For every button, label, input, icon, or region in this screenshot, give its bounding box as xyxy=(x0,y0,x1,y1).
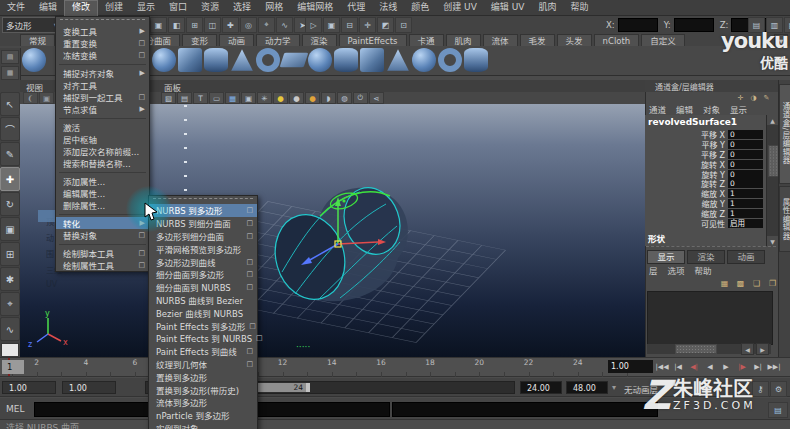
scroll-right-icon[interactable]: ▶ xyxy=(756,343,769,355)
menu-bar-item[interactable]: 法线 xyxy=(372,0,404,15)
status-tool-icon[interactable]: ◧ xyxy=(168,17,185,33)
channel-value-field[interactable]: 1 xyxy=(728,189,763,198)
channel-box-header-icon[interactable]: ✎ xyxy=(761,93,772,102)
menu-item[interactable]: 纹理到几何体 □ xyxy=(149,358,257,371)
menu-bar-item[interactable]: 肌肉 xyxy=(531,0,563,15)
menu-item[interactable]: Paint Effects 到 NURBS □ xyxy=(149,332,257,345)
menu-item-suffix[interactable]: □ xyxy=(246,283,253,291)
time-slider-track[interactable]: 24681012141618202224 xyxy=(0,357,634,377)
menu-bar-item[interactable]: 网格 xyxy=(258,0,290,15)
channel-box-menu-item[interactable]: 通道 xyxy=(649,103,666,115)
layer-editor-menu-item[interactable]: 帮助 xyxy=(695,264,712,276)
tool-icon[interactable]: ∿ xyxy=(0,317,20,341)
status-tool-icon[interactable]: ▷ xyxy=(305,17,322,33)
status-tool-icon[interactable]: ∿ xyxy=(276,17,293,33)
menu-item[interactable]: 重置变换 □ xyxy=(56,37,149,49)
menu-bar-item[interactable]: 选择 xyxy=(226,0,258,15)
scroll-up-icon[interactable]: ▲ xyxy=(767,115,778,125)
menu-item[interactable]: 节点求值 ▶ xyxy=(56,103,149,115)
tool-icon[interactable]: ↻ xyxy=(0,192,20,216)
script-editor-icon[interactable]: ▤ xyxy=(768,402,788,418)
channel-value-field[interactable]: 0 xyxy=(728,170,763,179)
menu-set-selector[interactable]: 多边形 ▾ xyxy=(2,17,62,33)
tool-icon[interactable]: ✚ xyxy=(0,167,20,191)
shelf-item-icon[interactable] xyxy=(204,48,228,72)
viewport-toggle-icon[interactable]: ⋖ xyxy=(369,92,384,104)
menu-bar-item[interactable]: 显示 xyxy=(130,0,162,15)
playback-start-field[interactable]: 1.00 xyxy=(62,381,116,394)
menu-bar-item[interactable]: 编辑 xyxy=(32,0,64,15)
tool-icon[interactable]: ✱ xyxy=(0,267,20,291)
viewport-toggle-icon[interactable]: ✳ xyxy=(257,92,272,104)
menu-item[interactable] xyxy=(59,170,146,173)
color-swatch[interactable] xyxy=(1,343,19,357)
menu-item[interactable]: 搜索和替换名称... xyxy=(56,157,149,169)
menu-item-suffix[interactable]: □ xyxy=(138,39,145,47)
menu-item[interactable]: 流体到多边形 xyxy=(149,396,257,409)
menu-item[interactable]: 冻结变换 □ xyxy=(56,49,149,61)
menu-item-suffix[interactable]: □ xyxy=(256,334,263,342)
channel-box-header-icon[interactable]: ✛ xyxy=(735,93,746,102)
tool-icon[interactable]: ⊞ xyxy=(0,242,20,266)
shelf-item-icon[interactable] xyxy=(152,48,176,72)
menu-item-suffix[interactable]: □ xyxy=(246,347,253,355)
menu-bar-item[interactable]: 修改 xyxy=(64,0,98,16)
layer-list[interactable] xyxy=(647,291,773,345)
menu-bar-item[interactable]: 帮助 xyxy=(563,0,595,15)
viewport-toggle-icon[interactable]: ❨ xyxy=(23,92,38,104)
viewport-toggle-icon[interactable]: ▧ xyxy=(161,92,176,104)
menu-item[interactable]: 替换对象 □ xyxy=(56,229,149,241)
menu-item[interactable]: 平滑网格预览到多边形 xyxy=(149,242,257,255)
scroll-down-icon[interactable]: ▼ xyxy=(767,236,778,246)
layer-action-icon[interactable]: ▩ xyxy=(734,278,747,289)
menu-bar-item[interactable]: 资源 xyxy=(194,0,226,15)
layer-editor-tab[interactable]: 渲染 xyxy=(687,250,725,264)
status-tool-icon[interactable]: ◩ xyxy=(377,17,394,33)
viewport-toggle-icon[interactable]: ▭ xyxy=(209,92,224,104)
layer-editor-tab[interactable]: 显示 xyxy=(647,250,685,264)
status-tool-icon[interactable]: ⊞ xyxy=(186,17,203,33)
menu-item-suffix[interactable]: □ xyxy=(246,270,253,278)
playback-button[interactable]: ▶ xyxy=(718,359,734,375)
menu-item[interactable]: 绘制属性工具 □ xyxy=(56,259,149,271)
playback-button[interactable]: ◀| xyxy=(686,359,702,375)
viewport-toggle-icon[interactable]: ▦ xyxy=(225,92,240,104)
menu-item[interactable]: 变换工具 ▶ xyxy=(56,25,149,37)
current-frame-marker[interactable]: 1 xyxy=(2,360,24,374)
menu-item[interactable]: 捕捉到一起工具 □ xyxy=(56,91,149,103)
coordinate-input[interactable] xyxy=(618,18,658,32)
channel-value-field[interactable]: 1 xyxy=(728,199,763,208)
menu-item[interactable]: 对齐工具 xyxy=(56,79,149,91)
menu-item[interactable]: 添加层次名称前缀... xyxy=(56,145,149,157)
layer-editor-menu-item[interactable]: 层 xyxy=(649,264,658,276)
layer-editor-menu-item[interactable]: 选项 xyxy=(668,264,685,276)
status-tool-icon[interactable]: ✛ xyxy=(359,17,376,33)
viewport-toggle-icon[interactable]: ● xyxy=(289,92,304,104)
menu-bar-item[interactable]: 代理 xyxy=(340,0,372,15)
menu-item-suffix[interactable]: □ xyxy=(246,360,253,368)
shelf-item-icon[interactable] xyxy=(308,48,332,72)
menu-item-suffix[interactable]: □ xyxy=(138,93,145,101)
menu-item-suffix[interactable]: □ xyxy=(138,231,145,239)
playback-button[interactable]: ◀ xyxy=(702,359,718,375)
menu-item[interactable]: 多边形边到曲线 □ xyxy=(149,255,257,268)
menu-bar-item[interactable]: 颜色 xyxy=(404,0,436,15)
animation-start-field[interactable]: 1.00 xyxy=(2,381,56,394)
channel-value-field[interactable]: 0 xyxy=(728,160,763,169)
status-tool-icon[interactable]: ✚ xyxy=(222,17,239,33)
tool-icon[interactable]: ▣ xyxy=(0,217,20,241)
menu-item[interactable]: NURBS 曲线到 Bezier xyxy=(149,294,257,307)
channel-box-scrollbar[interactable]: ▲ ▼ xyxy=(766,115,778,246)
menu-item-suffix[interactable]: □ xyxy=(138,51,145,59)
sidebar-tab-channel-box[interactable]: 通道盒/层编辑器 xyxy=(779,84,790,184)
menu-item[interactable] xyxy=(59,62,146,65)
channel-label[interactable]: 可见性 xyxy=(645,218,728,229)
viewport-toggle-icon[interactable]: ⏻ xyxy=(353,92,368,104)
viewport-toggle-icon[interactable]: ▣ xyxy=(39,92,54,104)
layer-action-icon[interactable]: ❏ xyxy=(750,278,763,289)
menu-item-suffix[interactable]: □ xyxy=(246,219,253,227)
shelf-item-icon[interactable] xyxy=(280,53,309,67)
menu-item[interactable]: 多边形到细分曲面 □ xyxy=(149,230,257,243)
channel-box-header-icon[interactable]: ◑ xyxy=(748,93,759,102)
shelf-item-icon[interactable] xyxy=(334,48,358,72)
